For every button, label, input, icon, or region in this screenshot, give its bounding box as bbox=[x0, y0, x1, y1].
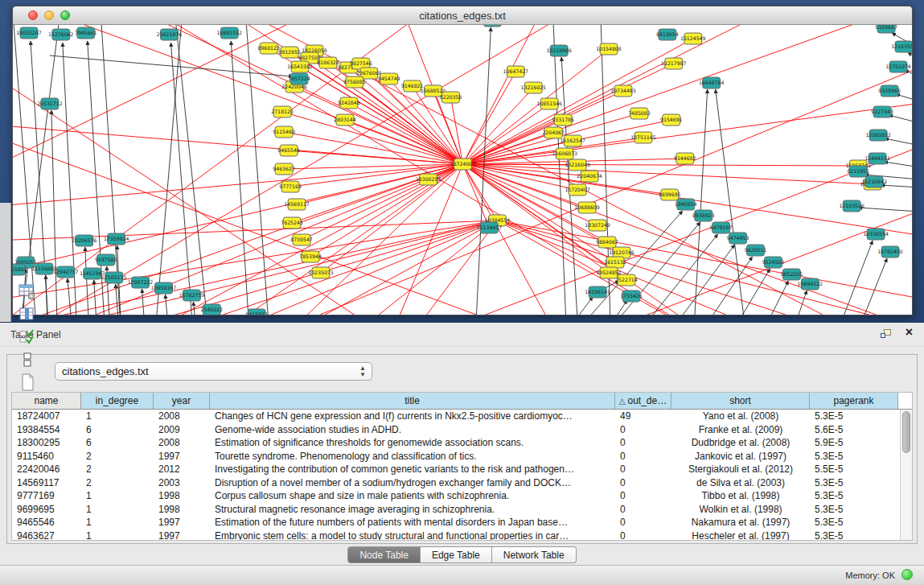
vertical-scrollbar[interactable] bbox=[900, 410, 912, 540]
graph-node[interactable]: 12093852 bbox=[865, 130, 891, 141]
column-header-short[interactable]: short bbox=[671, 393, 810, 409]
graph-node[interactable]: 16782759 bbox=[179, 290, 205, 301]
graph-node[interactable]: 9115460 bbox=[273, 126, 295, 138]
graph-edge[interactable] bbox=[908, 52, 912, 61]
network-window-titlebar[interactable]: citations_edges.txt bbox=[13, 6, 912, 25]
scrollbar-thumb[interactable] bbox=[902, 411, 910, 453]
column-header-in_degree[interactable]: in_degree bbox=[81, 393, 154, 409]
graph-edge[interactable] bbox=[497, 220, 912, 315]
graph-node[interactable]: 10851546 bbox=[536, 98, 562, 109]
graph-node[interactable]: 9242848 bbox=[338, 97, 360, 109]
close-panel-icon[interactable]: × bbox=[906, 325, 913, 340]
network-view[interactable]: 1872400718300295193845548960123891295518… bbox=[13, 25, 912, 315]
graph-node[interactable]: 9756085 bbox=[343, 76, 366, 88]
graph-node[interactable]: 9154691 bbox=[660, 114, 683, 126]
table-row[interactable]: 946362711997Embryonic stem cells: a mode… bbox=[12, 529, 900, 541]
graph-edge[interactable] bbox=[832, 241, 873, 315]
graph-node[interactable]: 18307249 bbox=[585, 220, 610, 231]
table-row[interactable]: 969969511998Structural magnetic resonanc… bbox=[12, 503, 900, 517]
graph-node[interactable]: 12103552 bbox=[891, 41, 912, 52]
table-row[interactable]: 1872400712008Changes of HCN gene express… bbox=[12, 410, 900, 423]
graph-edge[interactable] bbox=[724, 269, 770, 315]
graph-node[interactable]: 1733426 bbox=[620, 290, 643, 302]
graph-edge[interactable] bbox=[349, 103, 463, 164]
graph-node[interactable]: 9227343 bbox=[871, 106, 893, 117]
graph-node[interactable]: 2522714 bbox=[615, 274, 638, 286]
tab-node-table[interactable]: Node Table bbox=[347, 546, 421, 563]
graph-node[interactable]: 12103526 bbox=[839, 200, 864, 212]
graph-edge[interactable] bbox=[881, 185, 912, 187]
graph-edge[interactable] bbox=[885, 138, 912, 146]
graph-node[interactable]: 12217987 bbox=[661, 58, 687, 69]
show-columns-icon[interactable] bbox=[15, 303, 39, 326]
graph-node[interactable]: 6479197 bbox=[710, 222, 733, 233]
graph-node[interactable]: 20531712 bbox=[37, 98, 63, 109]
float-panel-icon[interactable] bbox=[881, 329, 892, 340]
table-mode-icon[interactable] bbox=[15, 281, 39, 303]
graph-edge[interactable] bbox=[13, 25, 462, 164]
graph-node[interactable]: 1615132 bbox=[604, 257, 626, 268]
graph-edge[interactable] bbox=[462, 88, 533, 164]
graph-node[interactable]: 16033809 bbox=[480, 25, 506, 27]
graph-edge[interactable] bbox=[462, 164, 873, 184]
graph-edge[interactable] bbox=[497, 220, 912, 307]
graph-edge[interactable] bbox=[154, 25, 187, 315]
table-row[interactable]: 1456911722003Disruption of a novel membe… bbox=[12, 476, 900, 490]
column-header-out_degree[interactable]: △out_de… bbox=[615, 393, 671, 409]
graph-node[interactable]: 8938923 bbox=[692, 210, 715, 221]
column-header-year[interactable]: year bbox=[154, 393, 210, 409]
graph-node[interactable]: 10958167 bbox=[151, 282, 177, 294]
graph-node[interactable]: 15124549 bbox=[680, 33, 706, 44]
graph-node[interactable]: 9474453 bbox=[727, 233, 749, 244]
graph-node[interactable]: 8220358 bbox=[440, 92, 462, 103]
graph-edge[interactable] bbox=[596, 300, 627, 315]
graph-edge[interactable] bbox=[13, 164, 462, 282]
graph-node[interactable]: 9463627 bbox=[273, 163, 295, 175]
graph-node[interactable]: 9884067 bbox=[596, 237, 618, 248]
graph-node[interactable]: 1840954 bbox=[675, 199, 697, 210]
graph-edge[interactable] bbox=[194, 220, 497, 315]
graph-node[interactable]: 11606073 bbox=[552, 148, 577, 159]
table-row[interactable]: 977716911998Corpus callosum shape and si… bbox=[12, 489, 900, 503]
create-column-icon[interactable] bbox=[15, 371, 39, 393]
graph-node[interactable]: 8739547 bbox=[290, 234, 313, 245]
graph-node[interactable]: 9329667 bbox=[875, 25, 897, 33]
graph-node[interactable]: 10694522 bbox=[798, 278, 823, 290]
graph-edge[interactable] bbox=[858, 208, 912, 212]
graph-edge[interactable] bbox=[50, 56, 293, 76]
graph-node[interactable]: 9699695 bbox=[659, 189, 681, 200]
tab-edge-table[interactable]: Edge Table bbox=[421, 546, 492, 563]
graph-node[interactable]: 10647427 bbox=[503, 66, 529, 77]
graph-node[interactable]: 15720407 bbox=[565, 184, 590, 196]
graph-node[interactable]: 3915807 bbox=[13, 264, 27, 275]
graph-node[interactable]: 10688609 bbox=[574, 202, 600, 213]
graph-node[interactable]: 18724007 bbox=[450, 159, 476, 170]
graph-node[interactable]: 2718120 bbox=[271, 106, 294, 117]
graph-node[interactable]: 9620511 bbox=[745, 245, 767, 256]
graph-edge[interactable] bbox=[142, 289, 146, 315]
graph-node[interactable]: 17359924 bbox=[104, 233, 129, 245]
graph-edge[interactable] bbox=[462, 25, 912, 164]
graph-node[interactable]: 9465546 bbox=[277, 145, 300, 156]
tab-network-table[interactable]: Network Table bbox=[492, 546, 577, 563]
graph-node[interactable]: 9197588 bbox=[95, 254, 117, 266]
graph-node[interactable]: 17957222 bbox=[128, 277, 154, 288]
graph-node[interactable]: 9524502 bbox=[762, 257, 785, 268]
graph-node[interactable]: 9329966 bbox=[878, 85, 901, 97]
graph-node[interactable]: 8813054 bbox=[656, 29, 679, 40]
graph-node[interactable]: 14569117 bbox=[284, 199, 310, 210]
graph-node[interactable]: 19734493 bbox=[610, 85, 636, 97]
graph-node[interactable]: 10330554 bbox=[863, 229, 889, 240]
graph-node[interactable]: 7857224 bbox=[288, 73, 310, 84]
graph-node[interactable]: 22040674 bbox=[577, 171, 602, 182]
network-graph[interactable]: 1872400718300295193845548960123891295518… bbox=[13, 25, 912, 315]
graph-edge[interactable] bbox=[85, 247, 90, 315]
graph-node[interactable]: 2803144 bbox=[334, 114, 356, 126]
graph-node[interactable]: 9852205 bbox=[781, 269, 803, 280]
graph-node[interactable]: 18300295 bbox=[416, 174, 441, 185]
graph-node[interactable]: 12505135 bbox=[101, 272, 127, 283]
graph-edge[interactable] bbox=[242, 25, 270, 315]
graph-node[interactable]: 8186328 bbox=[317, 57, 339, 68]
graph-edge[interactable] bbox=[884, 162, 912, 167]
graph-node[interactable]: 9144682 bbox=[674, 153, 696, 164]
